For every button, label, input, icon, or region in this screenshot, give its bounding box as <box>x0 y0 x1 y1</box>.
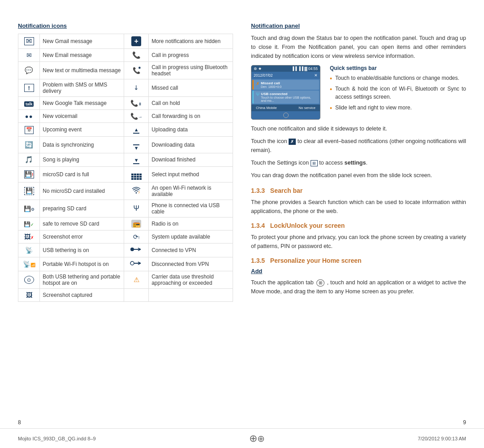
table-row: ●● New voicemail 📞→ Call forwarding is o… <box>18 110 233 123</box>
icon-sms: 💬 <box>18 62 40 79</box>
icon-usb: Ψ <box>124 200 149 217</box>
section-133-num: 1.3.3 <box>251 187 265 194</box>
table-row: ! Problem with SMS or MMS delivery ↗ Mis… <box>18 79 233 97</box>
settings-icon: ⊞ <box>311 160 318 166</box>
section-135-num: 1.3.5 <box>251 257 265 264</box>
label-download-done: Download finished <box>149 153 233 166</box>
table-row: 🖼 Screenshot captured <box>18 288 233 301</box>
phone-notif-title-usb: USB connected <box>261 92 317 96</box>
svg-point-2 <box>130 248 134 251</box>
label-downloading: Downloading data <box>149 136 233 153</box>
icon-keyboard <box>124 166 149 182</box>
label-sd-full: microSD card is full <box>40 166 124 182</box>
left-column: Notification icons ✉ New Gmail message +… <box>18 22 233 302</box>
phone-status-icons-left: ⊕ ★ <box>254 66 262 71</box>
section-134-heading: 1.3.4 Lock/Unlock your screen <box>251 222 466 229</box>
section-135-title: Personalize your Home screen <box>270 257 362 264</box>
label-wifi-hotspot: Portable Wi-Fi hotspot is on <box>40 257 124 271</box>
label-usb: Phone is connected via USB cable <box>149 200 233 217</box>
table-row: ⊙ Both USB tethering and portable hotspo… <box>18 271 233 288</box>
clear-notif-icon: ✗ <box>289 139 296 145</box>
label-call-progress: Call in progress <box>149 49 233 62</box>
section-135-heading: 1.3.5 Personalize your Home screen <box>251 257 466 264</box>
page-num-left: 8 <box>18 419 21 426</box>
phone-status-icons-right: ▐▐ ▐▐ ▓ 04:55 <box>291 66 318 71</box>
label-data-warning: Carrier data use threshold approaching o… <box>149 271 233 288</box>
talk-badge-icon: talk <box>24 101 34 107</box>
keyboard-grid-icon <box>131 174 142 180</box>
phone-mockup: ⊕ ★ ▐▐ ▐▐ ▓ 04:55 2012/07/02 ✕ ✗ Missed … <box>251 65 323 120</box>
icon-vpn-on <box>124 243 149 257</box>
two-column-layout: Notification icons ✉ New Gmail message +… <box>0 9 484 306</box>
phone-notif-content-usb: USB connected Touch to choose other USB … <box>261 92 317 102</box>
quick-settings-list: Touch to enable/disable functions or cha… <box>330 74 466 112</box>
vpn-on-icon <box>130 246 143 253</box>
phone-notif-title-missed: Missed call <box>261 81 281 85</box>
label-hold: Call on hold <box>149 97 233 110</box>
svg-point-6 <box>130 261 134 265</box>
icon-usb-tether: 📡 <box>18 243 40 257</box>
icon-sms-problem: ! <box>18 79 40 97</box>
label-sd-prep: preparing SD card <box>40 200 124 217</box>
section-135-add-heading: Add <box>251 268 466 274</box>
icon-email: ✉ <box>18 49 40 62</box>
quick-setting-item-2: Touch & hold the icon of Wi-Fi, Bluetoot… <box>330 85 466 101</box>
phone-close-btn[interactable]: ✕ <box>314 73 318 78</box>
label-vpn-off: Disconnected from VPN <box>149 257 233 271</box>
label-email: New Email message <box>40 49 124 62</box>
notif-icons-title: Notification icons <box>18 22 233 29</box>
notif-icons-table: ✉ New Gmail message + More notifications… <box>18 34 233 302</box>
label-screenshot-done: Screenshot captured <box>40 288 124 301</box>
phone-home-button[interactable] <box>283 113 289 118</box>
label-music: Song is playing <box>40 153 124 166</box>
section-134-num: 1.3.4 <box>251 222 265 229</box>
table-row: 💾! microSD card is full <box>18 166 233 182</box>
icon-both-tether: ⊙ <box>18 271 40 288</box>
icon-system-update: ⟳! <box>124 230 149 243</box>
wifi-open-icon: ? <box>132 187 141 194</box>
notif-panel-title: Notification panel <box>251 22 466 29</box>
info-text-3: Touch the Settings icon ⊞ to access sett… <box>251 158 466 167</box>
icon-empty <box>124 288 149 301</box>
icon-radio: 📻 <box>124 217 149 230</box>
info-text-2: Touch the icon ✗ to clear all event–base… <box>251 137 466 155</box>
label-usb-tether: USB tethering is on <box>40 243 124 257</box>
label-call-forward: Call forwarding is on <box>149 110 233 123</box>
icon-call-forward: 📞→ <box>124 110 149 123</box>
icon-upload: ▲ <box>124 123 149 137</box>
table-row: 💬 New text or multimedia message 📞✸ Call… <box>18 62 233 79</box>
label-no-sd: No microSD card installed <box>40 182 124 200</box>
label-empty <box>149 288 233 301</box>
section-135-body: Touch the application tab ⊞ , touch and … <box>251 278 466 296</box>
icon-hold: 📞⏸ <box>124 97 149 110</box>
icon-sync: 🔄 <box>18 136 40 153</box>
icon-screenshot-error: 🖼✗ <box>18 230 40 243</box>
phone-panel-area: ⊕ ★ ▐▐ ▐▐ ▓ 04:55 2012/07/02 ✕ ✗ Missed … <box>251 65 466 120</box>
table-row: 📡📶 Portable Wi-Fi hotspot is on Disco <box>18 257 233 271</box>
icon-no-sd: 💾 <box>18 182 40 200</box>
table-row: 💾✓ safe to remove SD card 📻 Radio is on <box>18 217 233 230</box>
phone-notif-from-missed: Den <box>261 85 267 88</box>
label-calendar: Upcoming event <box>40 123 124 137</box>
icon-call-progress: 📞 <box>124 49 149 62</box>
table-row: 💾⚙ preparing SD card Ψ Phone is connecte… <box>18 200 233 217</box>
table-row: 🎵 Song is playing ▼ Download finished <box>18 153 233 166</box>
phone-notif-content-missed: Missed call Den 1800+0:0 <box>261 81 281 88</box>
notif-panel-section: Notification panel Touch and drag down t… <box>251 22 466 180</box>
label-radio: Radio is on <box>149 217 233 230</box>
vpn-off-icon <box>130 260 143 267</box>
icon-sd-safe: 💾✓ <box>18 217 40 230</box>
section-133-heading: 1.3.3 Search bar <box>251 187 466 194</box>
table-row: ✉ New Gmail message + More notifications… <box>18 34 233 49</box>
label-upload: Uploading data <box>149 123 233 137</box>
phone-status-bar: ⊕ ★ ▐▐ ▐▐ ▓ 04:55 <box>251 65 320 72</box>
section-134-body: To protect your phone and privacy, you c… <box>251 233 466 251</box>
footer-filename: Mojito ICS_993D_GB_QG.indd 8–9 <box>18 436 96 441</box>
icon-vpn-off <box>124 257 149 271</box>
icon-voicemail: ●● <box>18 110 40 123</box>
notif-panel-intro: Touch and drag down the Status bar to op… <box>251 34 466 61</box>
table-row: 📅 Upcoming event ▲ Uploading data <box>18 123 233 137</box>
label-gmail: New Gmail message <box>40 34 124 49</box>
phone-home-area <box>251 111 320 119</box>
table-row: talk New Google Talk message 📞⏸ Call on … <box>18 97 233 110</box>
